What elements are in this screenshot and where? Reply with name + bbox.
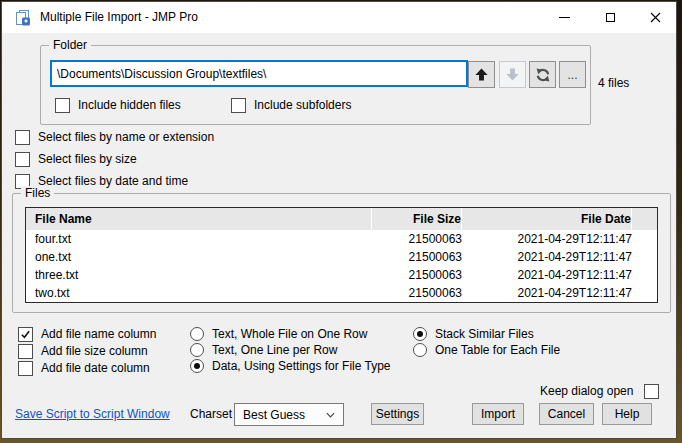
file-date-cell: 2021-04-29T12:11:47: [462, 268, 632, 282]
radio-one-table-each-file[interactable]: One Table for Each File: [413, 342, 560, 358]
radio-text-whole-file-label: Text, Whole File on One Row: [212, 327, 367, 341]
column-header-spacer: [632, 208, 657, 230]
check-icon: [20, 329, 31, 340]
checkbox-box[interactable]: [55, 98, 70, 113]
add-file-size-column-label: Add file size column: [41, 344, 148, 358]
table-row[interactable]: two.txt 21500063 2021-04-29T12:11:47: [26, 284, 657, 302]
checkbox-box[interactable]: [18, 361, 33, 376]
add-file-size-column-checkbox[interactable]: Add file size column: [18, 343, 148, 359]
desktop: { "window": { "title": "Multiple File Im…: [0, 0, 682, 443]
table-row[interactable]: four.txt 21500063 2021-04-29T12:11:47: [26, 230, 657, 248]
file-size-cell: 21500063: [372, 232, 462, 246]
radio-data-settings-label: Data, Using Settings for File Type: [212, 359, 391, 373]
checkbox-box[interactable]: [15, 130, 30, 145]
radio-text-one-line-label: Text, One Line per Row: [212, 343, 337, 357]
radio-circle[interactable]: [413, 343, 427, 357]
folder-path-input[interactable]: [50, 60, 468, 87]
radio-circle[interactable]: [190, 327, 204, 341]
radio-one-table-each-file-label: One Table for Each File: [435, 343, 560, 357]
radio-circle[interactable]: [190, 343, 204, 357]
minimize-button[interactable]: [542, 2, 587, 33]
help-button[interactable]: Help: [602, 403, 652, 425]
select-by-size-checkbox[interactable]: Select files by size: [15, 151, 137, 167]
add-file-date-column-label: Add file date column: [41, 361, 150, 375]
select-by-name-checkbox[interactable]: Select files by name or extension: [15, 129, 214, 145]
file-name-cell: one.txt: [26, 250, 372, 264]
include-hidden-files-checkbox[interactable]: Include hidden files: [55, 97, 181, 113]
chevron-down-icon: [326, 412, 335, 418]
charset-dropdown[interactable]: Best Guess: [234, 403, 344, 426]
add-file-name-column-checkbox[interactable]: Add file name column: [18, 326, 156, 342]
checkbox-box[interactable]: [644, 384, 659, 399]
radio-circle-selected[interactable]: [190, 359, 204, 373]
file-size-cell: 21500063: [372, 268, 462, 282]
column-header-file-date: File Date: [462, 208, 632, 230]
folder-group-label: Folder: [49, 38, 91, 52]
browse-button-label: ...: [567, 68, 577, 82]
files-group-label: Files: [21, 186, 54, 200]
multiple-file-import-dialog: Multiple File Import - JMP Pro Folder: [1, 1, 677, 439]
file-date-cell: 2021-04-29T12:11:47: [462, 250, 632, 264]
file-table: File Name File Size File Date four.txt 2…: [25, 207, 658, 303]
add-file-name-column-label: Add file name column: [41, 327, 156, 341]
table-row[interactable]: three.txt 21500063 2021-04-29T12:11:47: [26, 266, 657, 284]
radio-text-one-line[interactable]: Text, One Line per Row: [190, 342, 337, 358]
include-hidden-files-label: Include hidden files: [78, 98, 181, 112]
title-bar: Multiple File Import - JMP Pro: [2, 2, 676, 33]
file-date-cell: 2021-04-29T12:11:47: [462, 286, 632, 300]
jmp-import-icon: [14, 9, 31, 26]
maximize-button[interactable]: [588, 2, 633, 33]
radio-stack-similar-files-label: Stack Similar Files: [435, 327, 534, 341]
file-size-cell: 21500063: [372, 250, 462, 264]
keep-dialog-open-label: Keep dialog open: [540, 384, 633, 398]
file-size-cell: 21500063: [372, 286, 462, 300]
column-header-file-name: File Name: [26, 208, 372, 230]
file-table-header: File Name File Size File Date: [26, 208, 657, 230]
radio-stack-similar-files[interactable]: Stack Similar Files: [413, 326, 534, 342]
select-by-name-label: Select files by name or extension: [38, 130, 214, 144]
file-date-cell: 2021-04-29T12:11:47: [462, 232, 632, 246]
maximize-icon: [606, 13, 615, 22]
arrow-up-icon: [474, 67, 489, 82]
charset-label: Charset: [190, 407, 232, 421]
arrow-down-icon: [505, 67, 520, 82]
keep-dialog-open-checkbox[interactable]: Keep dialog open: [540, 383, 659, 399]
window-title: Multiple File Import - JMP Pro: [40, 10, 198, 24]
folder-up-button[interactable]: [468, 61, 495, 88]
file-name-cell: three.txt: [26, 268, 372, 282]
checkbox-box[interactable]: [231, 98, 246, 113]
checkbox-box[interactable]: [15, 152, 30, 167]
minimize-icon: [559, 17, 570, 18]
radio-data-settings[interactable]: Data, Using Settings for File Type: [190, 358, 391, 374]
table-row[interactable]: one.txt 21500063 2021-04-29T12:11:47: [26, 248, 657, 266]
cancel-button-label: Cancel: [548, 407, 585, 421]
checkbox-box[interactable]: [18, 344, 33, 359]
refresh-button[interactable]: [529, 61, 556, 88]
file-name-cell: two.txt: [26, 286, 372, 300]
close-icon: [650, 12, 661, 23]
file-count-label: 4 files: [598, 76, 629, 90]
include-subfolders-label: Include subfolders: [254, 98, 351, 112]
help-button-label: Help: [615, 407, 640, 421]
browse-button[interactable]: ...: [559, 61, 586, 88]
checkbox-box-checked[interactable]: [18, 327, 33, 342]
refresh-icon: [535, 67, 551, 83]
save-script-link[interactable]: Save Script to Script Window: [15, 407, 170, 421]
import-button-label: Import: [481, 407, 515, 421]
select-by-date-label: Select files by date and time: [38, 174, 188, 188]
charset-selected-value: Best Guess: [243, 408, 305, 422]
add-file-date-column-checkbox[interactable]: Add file date column: [18, 360, 150, 376]
column-header-file-size: File Size: [372, 208, 462, 230]
folder-down-button: [499, 61, 526, 88]
radio-text-whole-file[interactable]: Text, Whole File on One Row: [190, 326, 367, 342]
settings-button-label: Settings: [376, 407, 419, 421]
close-button[interactable]: [633, 2, 678, 33]
cancel-button[interactable]: Cancel: [539, 403, 594, 425]
file-name-cell: four.txt: [26, 232, 372, 246]
import-button[interactable]: Import: [472, 403, 524, 425]
settings-button[interactable]: Settings: [371, 403, 424, 425]
select-by-size-label: Select files by size: [38, 152, 137, 166]
radio-circle-selected[interactable]: [413, 327, 427, 341]
include-subfolders-checkbox[interactable]: Include subfolders: [231, 97, 351, 113]
